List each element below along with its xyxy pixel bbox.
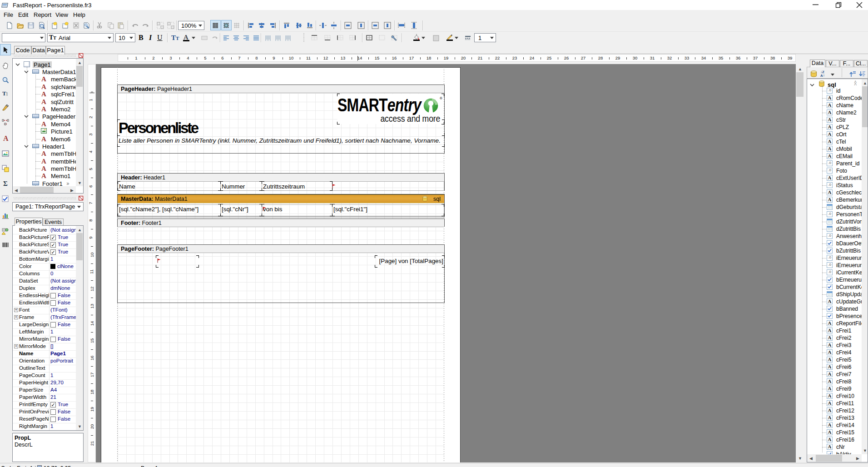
svg-text:Σ: Σ [3, 180, 8, 187]
svg-text:A: A [3, 135, 9, 142]
svg-text:I: I [6, 92, 8, 97]
svg-text:T: T [2, 90, 6, 97]
